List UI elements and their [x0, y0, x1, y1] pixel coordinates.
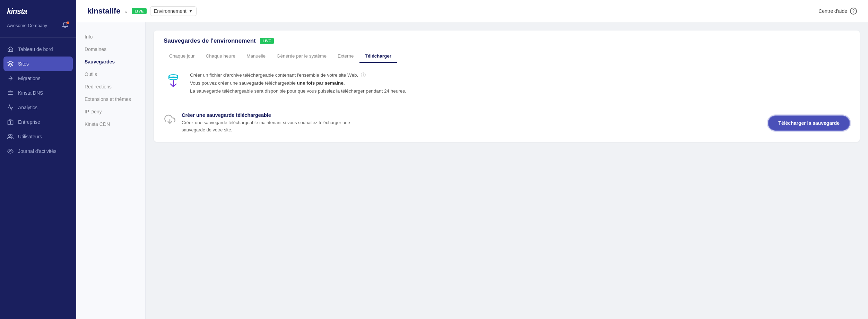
backup-icon-area [164, 71, 183, 91]
layers-icon [7, 60, 14, 67]
tab-externe[interactable]: Externe [332, 50, 359, 63]
backup-download-icon [164, 72, 182, 90]
info-line2-before: Vous pouvez créer une sauvegarde télécha… [190, 80, 297, 86]
sidebar-item-label: Analytics [18, 105, 37, 110]
sidebar-item-analytics[interactable]: Analytics [0, 100, 76, 115]
home-icon [7, 46, 14, 53]
help-label: Centre d'aide [818, 8, 847, 14]
cloud-download-icon [164, 113, 176, 126]
tab-telecharger[interactable]: Télécharger [359, 50, 397, 63]
sidebar-item-users[interactable]: Utilisateurs [0, 129, 76, 144]
tabs-row: Chaque jour Chaque heure Manuelle Généré… [164, 50, 850, 63]
kinsta-logo: kinsta [7, 7, 27, 16]
sidebar-item-label: Tableau de bord [18, 46, 53, 52]
info-section: Créer un fichier d'archive téléchargeabl… [154, 63, 860, 104]
info-line1: Créer un fichier d'archive téléchargeabl… [190, 72, 358, 78]
create-left: Créer une sauvegarde téléchargeable Crée… [164, 112, 350, 134]
tab-chaque-jour[interactable]: Chaque jour [164, 50, 200, 63]
notification-dot [67, 21, 69, 24]
info-text: Créer un fichier d'archive téléchargeabl… [190, 71, 406, 95]
eye-icon [7, 148, 14, 155]
panel-live-badge: LIVE [260, 38, 274, 44]
create-text: Créer une sauvegarde téléchargeable Crée… [182, 112, 350, 134]
panel-title-row: Sauvegardes de l'environnement LIVE [164, 37, 850, 44]
svg-rect-2 [11, 121, 13, 124]
sec-nav-sauvegardes[interactable]: Sauvegardes [76, 55, 145, 68]
header-right[interactable]: Centre d'aide ? [818, 8, 857, 15]
sidebar-divider [0, 37, 76, 38]
tab-manuelle[interactable]: Manuelle [241, 50, 271, 63]
svg-marker-0 [8, 61, 13, 64]
sidebar-item-dns[interactable]: Kinsta DNS [0, 86, 76, 100]
svg-rect-1 [8, 121, 10, 124]
env-label: Environnement [154, 8, 186, 14]
env-selector[interactable]: Environnement ▼ [150, 6, 197, 16]
create-desc: Créez une sauvegarde téléchargeable main… [182, 119, 350, 134]
building-icon [7, 119, 14, 126]
sidebar-item-label: Sites [18, 61, 29, 67]
panel-header: Sauvegardes de l'environnement LIVE Chaq… [154, 31, 860, 63]
top-header: kinstalife ⌄ LIVE Environnement ▼ Centre… [76, 0, 868, 22]
main-content: kinstalife ⌄ LIVE Environnement ▼ Centre… [76, 0, 868, 319]
create-section: Créer une sauvegarde téléchargeable Crée… [154, 104, 860, 142]
create-title: Créer une sauvegarde téléchargeable [182, 112, 350, 118]
sec-nav-outils[interactable]: Outils [76, 68, 145, 80]
tab-chaque-heure[interactable]: Chaque heure [200, 50, 241, 63]
migrations-icon [7, 75, 14, 82]
sec-nav-extensions[interactable]: Extensions et thèmes [76, 93, 145, 105]
sidebar-item-tableau[interactable]: Tableau de bord [0, 42, 76, 57]
sidebar-item-label: Kinsta DNS [18, 90, 43, 96]
main-panel: Sauvegardes de l'environnement LIVE Chaq… [146, 22, 868, 319]
sidebar-item-label: Journal d'activités [18, 148, 57, 154]
info-line2-bold: une fois par semaine. [297, 80, 345, 86]
svg-point-8 [10, 150, 11, 152]
info-line3: La sauvegarde téléchargeable sera dispon… [190, 88, 406, 94]
sec-nav-info[interactable]: Info [76, 31, 145, 43]
sec-nav-redirections[interactable]: Redirections [76, 80, 145, 93]
secondary-nav: Info Domaines Sauvegardes Outils Redirec… [76, 22, 146, 319]
help-icon: ? [850, 8, 857, 15]
sidebar-item-label: Migrations [18, 76, 41, 81]
live-badge: LIVE [132, 8, 146, 14]
sidebar-item-migrations[interactable]: Migrations [0, 71, 76, 86]
panel-card: Sauvegardes de l'environnement LIVE Chaq… [154, 31, 860, 142]
sidebar-item-label: Entreprise [18, 119, 40, 125]
sec-nav-domaines[interactable]: Domaines [76, 43, 145, 55]
notification-bell[interactable] [62, 21, 69, 29]
panel-title: Sauvegardes de l'environnement [164, 37, 256, 44]
sec-nav-ip-deny[interactable]: IP Deny [76, 105, 145, 118]
tab-generee[interactable]: Générée par le système [271, 50, 332, 63]
site-dropdown-chevron[interactable]: ⌄ [124, 8, 128, 14]
users-icon [7, 133, 14, 140]
svg-point-7 [9, 134, 11, 136]
sidebar-item-label: Utilisateurs [18, 134, 42, 139]
sidebar-nav: Tableau de bord Sites Migrations Kinsta … [0, 39, 76, 161]
content-area: Info Domaines Sauvegardes Outils Redirec… [76, 22, 868, 319]
download-backup-button[interactable]: Télécharger la sauvegarde [768, 115, 850, 131]
env-chevron-icon: ▼ [189, 9, 193, 14]
sidebar-company: Awesome Company [0, 21, 76, 36]
sidebar-item-journal[interactable]: Journal d'activités [0, 144, 76, 158]
chart-icon [7, 104, 14, 111]
site-name: kinstalife [87, 7, 120, 16]
sidebar-header: kinsta [0, 0, 76, 21]
sec-nav-kinsta-cdn[interactable]: Kinsta CDN [76, 118, 145, 130]
sidebar-item-sites[interactable]: Sites [3, 57, 73, 71]
help-question-icon: ⓘ [361, 72, 366, 78]
site-title-area: kinstalife ⌄ LIVE Environnement ▼ [87, 6, 197, 16]
dns-icon [7, 89, 14, 96]
company-name: Awesome Company [7, 23, 47, 28]
sidebar-item-entreprise[interactable]: Entreprise [0, 115, 76, 129]
sidebar: kinsta Awesome Company Tableau de bord S… [0, 0, 76, 319]
